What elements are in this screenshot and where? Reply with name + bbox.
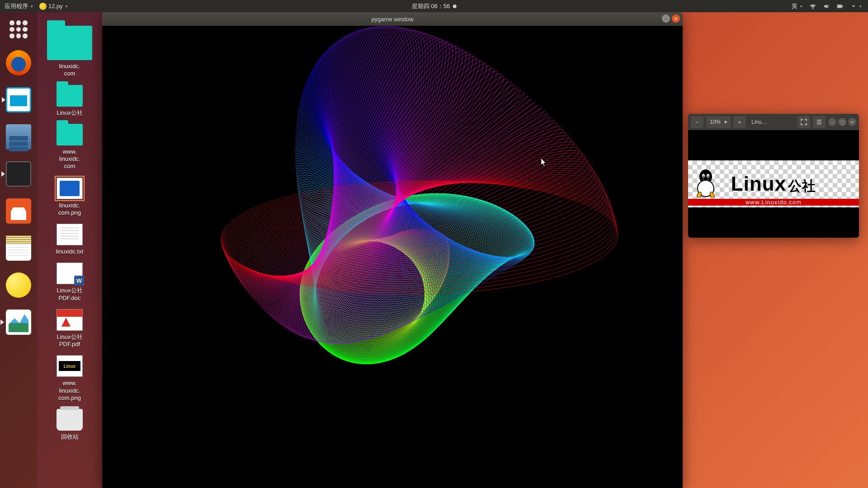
desktop-item-folder-linuxidc-com[interactable]: linuxidc. com bbox=[42, 26, 97, 78]
desktop-files-column: linuxidc. comLinux公社www. linuxidc. comli… bbox=[37, 12, 102, 488]
python-icon bbox=[39, 3, 47, 10]
desktop-item-label: Linux公社 PDF.doc bbox=[57, 287, 82, 302]
dock-remote-desktop-icon[interactable] bbox=[6, 87, 31, 113]
dock-text-editor-icon[interactable] bbox=[6, 235, 31, 261]
desktop-item-png-www-linuxidc[interactable]: www. linuxidc. com.png bbox=[42, 355, 97, 402]
dock-files-icon[interactable] bbox=[6, 124, 31, 150]
chevron-down-icon: ▾ bbox=[724, 119, 727, 125]
apps-menu[interactable]: 应用程序 bbox=[5, 2, 33, 10]
pngfile-icon bbox=[57, 178, 83, 199]
fullscreen-button[interactable] bbox=[797, 116, 810, 128]
svg-point-6 bbox=[703, 176, 704, 177]
desktop-item-label: www. linuxidc. com.png bbox=[58, 380, 81, 402]
svg-rect-2 bbox=[838, 5, 842, 7]
dock-software-center-icon[interactable] bbox=[6, 198, 31, 224]
viewer-maximize-button[interactable]: ▢ bbox=[838, 118, 846, 126]
desktop-item-folder-linuxgs[interactable]: Linux公社 bbox=[42, 85, 97, 117]
docfile-icon bbox=[57, 263, 83, 284]
folder-icon bbox=[57, 124, 83, 145]
svg-rect-1 bbox=[842, 5, 843, 7]
desktop-item-label: Linux公社 bbox=[57, 109, 82, 117]
desktop-item-folder-www-linuxidc[interactable]: www. linuxidc. com bbox=[42, 124, 97, 170]
script-menu[interactable]: 12.py bbox=[39, 3, 68, 10]
desktop-item-label: linuxidc.txt bbox=[56, 248, 84, 255]
desktop-item-pdf-linuxgs[interactable]: Linux公社 PDF.pdf bbox=[42, 309, 97, 348]
clock[interactable]: 星期四 06：56 bbox=[412, 2, 450, 10]
desktop-item-label: www. linuxidc. com bbox=[59, 148, 80, 170]
dock-terminal-icon[interactable] bbox=[6, 161, 31, 187]
desktop-item-trash[interactable]: 回收站 bbox=[42, 409, 97, 441]
zoom-value: 10% bbox=[710, 119, 721, 125]
close-button[interactable]: ✕ bbox=[672, 14, 680, 23]
trash-icon bbox=[57, 409, 83, 431]
pngfile2-icon bbox=[57, 355, 83, 377]
desktop-item-doc-linuxgs[interactable]: Linux公社 PDF.doc bbox=[42, 263, 97, 302]
volume-icon[interactable] bbox=[823, 3, 830, 9]
pdffile-icon bbox=[57, 309, 83, 331]
pygame-title: pygame window bbox=[371, 16, 413, 23]
system-menu[interactable] bbox=[850, 3, 862, 9]
image-viewer-canvas: Linux 公社 www.Linuxido.com bbox=[688, 130, 859, 238]
logo-url: www.Linuxido.com bbox=[688, 199, 859, 206]
top-panel: 应用程序 12.py 星期四 06：56 英 bbox=[0, 0, 868, 12]
dock-chick-icon[interactable] bbox=[6, 272, 31, 298]
image-viewer-window: − 10% ▾ + Linu… – ▢ ✕ Linux 公社 www.Lin bbox=[688, 114, 859, 238]
image-viewer-toolbar: − 10% ▾ + Linu… – ▢ ✕ bbox=[688, 114, 859, 130]
battery-icon[interactable] bbox=[837, 3, 843, 9]
dock-image-viewer-icon[interactable] bbox=[6, 310, 31, 335]
dock-firefox-icon[interactable] bbox=[6, 50, 31, 75]
pygame-canvas bbox=[102, 26, 683, 488]
viewer-close-button[interactable]: ✕ bbox=[848, 118, 856, 126]
script-name: 12.py bbox=[48, 3, 63, 9]
linux-logo-image: Linux 公社 www.Linuxido.com bbox=[688, 160, 859, 207]
zoom-in-button[interactable]: + bbox=[733, 116, 746, 128]
desktop-item-label: linuxidc. com.png bbox=[58, 202, 81, 217]
ime-indicator[interactable]: 英 bbox=[792, 2, 802, 10]
desktop-item-label: linuxidc. com bbox=[59, 63, 80, 78]
folder-icon bbox=[57, 85, 83, 107]
image-viewer-title: Linu… bbox=[749, 119, 795, 125]
wifi-icon[interactable] bbox=[810, 3, 816, 9]
desktop-item-txt-linuxidc[interactable]: linuxidc.txt bbox=[42, 224, 97, 255]
folder-icon bbox=[47, 26, 92, 60]
record-indicator-icon bbox=[453, 5, 456, 8]
logo-cn: 公社 bbox=[788, 177, 816, 196]
desktop-item-label: 回收站 bbox=[61, 433, 79, 441]
zoom-dropdown[interactable]: 10% ▾ bbox=[706, 116, 731, 128]
pygame-titlebar[interactable]: pygame window – ✕ bbox=[102, 12, 683, 26]
desktop-item-png-linuxidc[interactable]: linuxidc. com.png bbox=[42, 178, 97, 217]
tux-icon bbox=[693, 169, 718, 197]
show-applications-button[interactable] bbox=[9, 20, 28, 38]
svg-point-7 bbox=[708, 176, 709, 177]
minimize-button[interactable]: – bbox=[662, 14, 670, 23]
dock bbox=[0, 12, 37, 488]
pygame-window: pygame window – ✕ bbox=[102, 12, 683, 488]
txtfile-icon bbox=[57, 224, 83, 245]
viewer-minimize-button[interactable]: – bbox=[828, 118, 836, 126]
logo-text: Linux bbox=[731, 173, 786, 195]
desktop-item-label: Linux公社 PDF.pdf bbox=[57, 333, 82, 348]
zoom-out-button[interactable]: − bbox=[691, 116, 703, 128]
hamburger-menu-button[interactable] bbox=[813, 116, 826, 128]
